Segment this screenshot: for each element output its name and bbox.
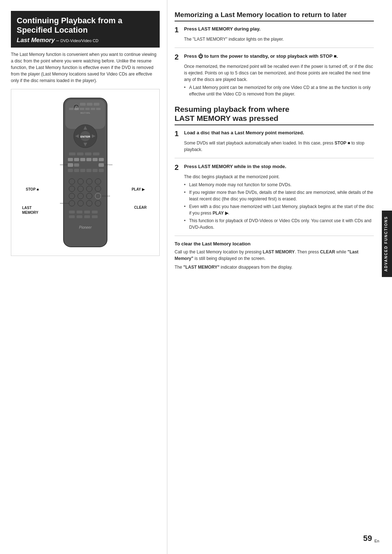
step2-resuming: 2 Press LAST MEMORY while in the stop mo… (175, 163, 374, 231)
page-number-sub: En (375, 539, 379, 543)
last-memory-remote-label: LASTMEMORY (22, 205, 38, 215)
remote-wrapper: STOP ■ PLAY ▶ LASTMEMORY CLEAR (15, 93, 156, 252)
svg-rect-64 (92, 215, 98, 218)
bullet-item: This function is for playback of DVD-Vid… (184, 217, 374, 231)
svg-point-53 (69, 200, 75, 206)
svg-rect-11 (91, 108, 95, 110)
divider2 (175, 158, 374, 158)
remote-svg: ⏻ MULTI DIAL (45, 96, 125, 249)
clear-body1: Call up the Last Memory location by pres… (175, 249, 374, 262)
svg-rect-61 (69, 215, 75, 218)
svg-text:ENTER: ENTER (80, 135, 90, 138)
clear-label: CLEAR (134, 205, 147, 209)
remote-container: STOP ■ PLAY ▶ LASTMEMORY CLEAR (11, 89, 160, 256)
svg-rect-33 (68, 163, 73, 167)
svg-point-44 (95, 179, 101, 184)
svg-rect-29 (93, 158, 98, 161)
svg-rect-4 (80, 103, 86, 106)
svg-point-55 (86, 200, 92, 206)
divider3 (175, 236, 374, 236)
bullet-item: Even with a disc you have memorized with… (184, 203, 374, 216)
step2r-header: 2 Press LAST MEMORY while in the stop mo… (175, 163, 374, 172)
svg-rect-36 (74, 169, 79, 172)
svg-point-47 (86, 186, 92, 192)
step2-header: 2 Press ⏻ to turn the power to standby, … (175, 53, 374, 61)
svg-point-48 (95, 186, 101, 192)
svg-rect-5 (87, 103, 93, 106)
header-box: Continuing Playback from a Specified Loc… (11, 11, 160, 48)
subtitle: Last Memory – DVD-Video/Video CD (17, 37, 154, 44)
step2-title: Press ⏻ to turn the power to standby, or… (184, 53, 338, 60)
svg-point-50 (78, 193, 83, 199)
step1r-title: Load a disc that has a Last Memory point… (184, 130, 304, 136)
stop-label: STOP ■ (26, 187, 39, 191)
svg-rect-9 (80, 108, 84, 110)
svg-point-42 (78, 179, 83, 184)
svg-rect-59 (84, 211, 90, 213)
section2-title: Resuming playback from where LAST MEMORY… (175, 105, 374, 125)
intro-text: The Last Memory function is convenient w… (11, 51, 160, 84)
svg-point-45 (69, 186, 75, 192)
step1-memorizing: 1 Press LAST MEMORY during play. The "LA… (175, 26, 374, 42)
svg-rect-23 (85, 152, 91, 155)
step1-resuming: 1 Load a disc that has a Last Memory poi… (175, 130, 374, 153)
step2r-body: The disc begins playback at the memorize… (184, 174, 374, 231)
svg-rect-34 (99, 163, 104, 167)
play-label: PLAY ▶ (132, 187, 145, 191)
svg-rect-8 (74, 108, 79, 110)
step1r-body: Some DVDs will start playback automatica… (184, 140, 374, 153)
svg-rect-27 (80, 158, 85, 161)
divider1 (175, 48, 374, 48)
svg-text:Pioneer: Pioneer (79, 225, 92, 229)
last-memory-label: Last Memory (17, 37, 55, 44)
svg-point-54 (78, 200, 83, 206)
step1-number: 1 (175, 26, 181, 34)
step1r-header: 1 Load a disc that has a Last Memory poi… (175, 130, 374, 138)
bullet-item: If you register more than five DVDs, det… (184, 189, 374, 202)
step2-number: 2 (175, 53, 181, 61)
svg-rect-57 (69, 211, 75, 213)
step2-memorizing: 2 Press ⏻ to turn the power to standby, … (175, 53, 374, 97)
step1r-number: 1 (175, 130, 181, 138)
svg-point-43 (86, 179, 92, 184)
svg-rect-58 (77, 211, 82, 213)
svg-rect-25 (68, 158, 73, 161)
svg-point-56 (95, 200, 101, 206)
side-tab: ADVANCED FUNCTIONS (382, 211, 392, 277)
svg-rect-39 (93, 169, 98, 172)
step1-header: 1 Press LAST MEMORY during play. (175, 26, 374, 34)
section1-title: Memorizing a Last Memory location to ret… (175, 11, 374, 21)
svg-rect-10 (85, 108, 90, 110)
page-number: 59 (363, 534, 372, 543)
svg-rect-40 (99, 169, 104, 172)
bullet-item: A Last Memory point can be memorized for… (184, 84, 374, 97)
step2r-number: 2 (175, 163, 181, 172)
svg-rect-30 (99, 158, 104, 161)
clear-body2: The "LAST MEMORY" indicator disappears f… (175, 264, 374, 270)
left-column: Continuing Playback from a Specified Loc… (0, 0, 167, 554)
svg-point-51 (86, 193, 92, 199)
svg-rect-38 (86, 169, 91, 172)
step1-title: Press LAST MEMORY during play. (184, 26, 261, 32)
svg-rect-28 (86, 158, 91, 161)
clear-section: To clear the Last Memory location Call u… (175, 241, 374, 270)
svg-rect-24 (93, 152, 99, 155)
svg-rect-21 (69, 152, 75, 155)
svg-point-41 (69, 179, 75, 184)
svg-rect-6 (94, 103, 99, 106)
svg-text:MULTI DIAL: MULTI DIAL (80, 112, 90, 114)
clear-title: To clear the Last Memory location (175, 241, 374, 247)
step1-body: The "LAST MEMORY" indicator lights on th… (184, 36, 374, 42)
svg-rect-60 (92, 211, 98, 213)
svg-rect-32 (74, 163, 79, 167)
step2-bullets: A Last Memory point can be memorized for… (184, 84, 374, 97)
svg-rect-26 (74, 158, 79, 161)
svg-rect-12 (96, 108, 101, 110)
right-column: Memorizing a Last Memory location to ret… (167, 0, 392, 554)
svg-point-52 (95, 193, 101, 199)
bullet-item: Last Memory mode may not function for so… (184, 182, 374, 188)
svg-rect-35 (68, 169, 73, 172)
step2-body: Once memorized, the memorized point will… (184, 63, 374, 97)
dvd-label: DVD-Video/Video CD (60, 38, 98, 43)
step2r-title: Press LAST MEMORY while in the stop mode… (184, 163, 286, 170)
